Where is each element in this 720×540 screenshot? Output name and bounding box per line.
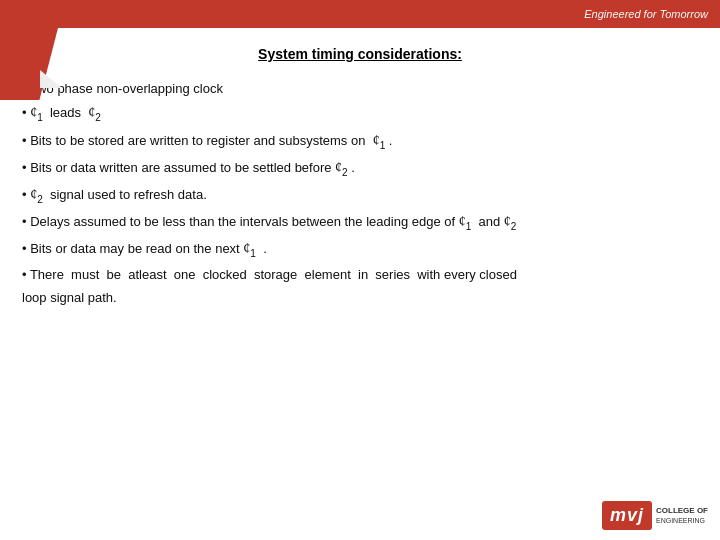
main-content: System timing considerations: • Two phas… [0, 28, 720, 540]
bullet-9: loop signal path. [22, 287, 698, 308]
bullet-1: • Two phase non-overlapping clock [22, 78, 698, 99]
header-bar: Engineered for Tomorrow [0, 0, 720, 28]
section-title: System timing considerations: [22, 46, 698, 62]
logo-subtitle-line2: ENGINEERING [656, 516, 708, 525]
bullet-5: • ¢2 signal used to refresh data. [22, 183, 698, 208]
fold-corner [40, 70, 62, 88]
bullet-7: • Bits or data may be read on the next ¢… [22, 237, 698, 262]
logo-subtitle-line1: COLLEGE OF [656, 506, 708, 516]
logo-mvj-text: mvj [602, 501, 652, 530]
bullet-2: • ¢1 leads ¢2 [22, 101, 698, 126]
header-tagline: Engineered for Tomorrow [584, 8, 708, 20]
logo-area: mvj COLLEGE OF ENGINEERING [602, 501, 708, 530]
bullet-8: • There must be atleast one clocked stor… [22, 264, 698, 285]
bullet-list: • Two phase non-overlapping clock • ¢1 l… [22, 78, 698, 309]
bullet-4: • Bits or data written are assumed to be… [22, 156, 698, 181]
logo-subtitle: COLLEGE OF ENGINEERING [656, 506, 708, 525]
bullet-6: • Delays assumed to be less than the int… [22, 210, 698, 235]
bullet-3: • Bits to be stored are written to regis… [22, 129, 698, 154]
